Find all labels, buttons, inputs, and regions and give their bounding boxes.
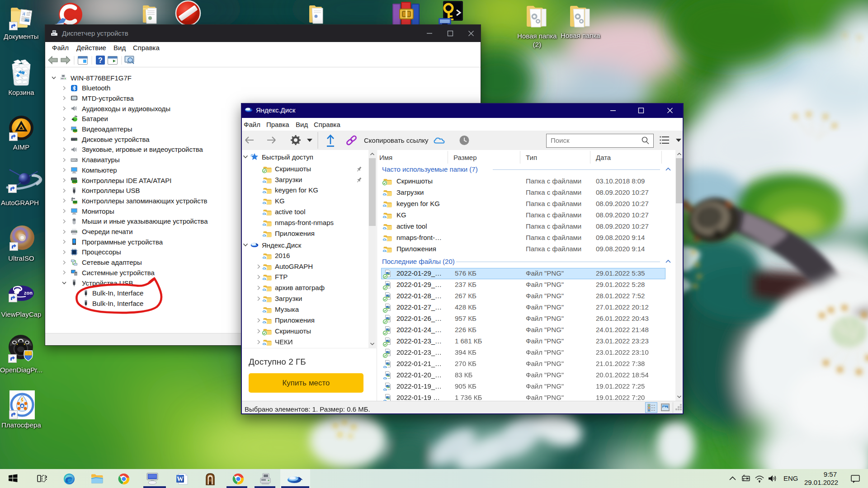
svg-text:Поиск: Поиск [551,136,570,144]
svg-text:Скопировать ссылку: Скопировать ссылку [364,136,429,144]
svg-text:W: W [177,475,184,483]
svg-text:zon: zon [24,290,33,296]
svg-text:?: ? [98,56,103,64]
